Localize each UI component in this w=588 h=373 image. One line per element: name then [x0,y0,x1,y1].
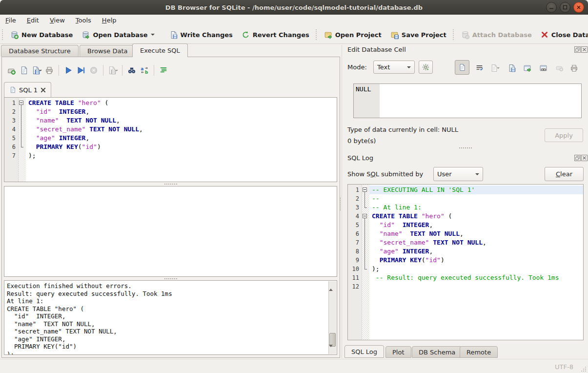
maximize-button[interactable] [560,2,570,13]
new-database-button[interactable]: New Database [6,29,77,41]
minimize-button[interactable] [546,2,557,13]
code-line: 1CREATE TABLE "hero" ( [4,99,337,107]
print-icon [570,64,578,72]
replace-icon[interactable]: a b [138,64,151,77]
result-line: At line 1: [4,297,337,305]
results-grid-pane[interactable] [4,186,337,277]
tab-browse-data[interactable]: Browse Data [80,45,136,57]
write-changes-button[interactable]: Write Changes [165,29,237,41]
sql-log-editor[interactable]: 1-- EXECUTING ALL IN 'SQL 1'2--3-- At li… [347,184,584,340]
close-database-icon [541,31,548,39]
sql-log-filter-select[interactable]: User [433,167,483,181]
dock-tab-remote[interactable]: Remote [460,346,498,358]
menu-file[interactable]: File [0,16,21,25]
close-panel-icon[interactable] [581,155,588,161]
svg-text:a: a [141,66,143,71]
open-database-button[interactable]: Open Database [77,29,159,41]
close-tab-icon[interactable] [41,87,46,93]
open-project-button[interactable]: Open Project [320,29,386,41]
save-sql-file-icon[interactable] [30,64,43,77]
menu-tools[interactable]: Tools [70,16,97,25]
attach-database-icon [461,31,469,39]
open-project-icon [324,31,332,39]
menu-help[interactable]: Help [97,16,122,25]
scroll-down-button[interactable] [329,347,336,354]
auto-switch-mode-button[interactable] [419,61,433,74]
float-panel-icon[interactable] [574,46,581,53]
sql-document-tab[interactable]: SQL 1 [4,82,51,97]
result-line: CREATE TABLE "hero" ( [4,305,337,313]
format-icon[interactable] [157,64,170,77]
chevron-down-icon [39,70,42,73]
save-project-button[interactable]: Save Project [386,29,451,41]
resize-grip[interactable] [581,366,586,372]
status-bar: UTF-8 [0,359,588,373]
dock-splitter-handle[interactable] [347,146,584,149]
float-panel-icon[interactable] [574,155,581,161]
svg-text:b: b [145,70,148,75]
menu-bar: File Edit View Tools Help [0,15,588,26]
print-cell-button[interactable] [568,62,580,74]
sql-log-filter-label: Show SQL submitted by [347,170,423,178]
close-database-button[interactable]: Close Database [536,29,588,41]
code-line: 4CREATE TABLE "hero" ( [348,212,583,221]
revert-changes-icon [242,31,250,39]
sql-log-title: SQL Log [347,154,373,162]
cell-type-text: Type of data currently in cell: NULL [347,126,458,133]
sql-tab-label: SQL 1 [19,86,38,94]
code-line: 9 PRIMARY KEY("id") [348,256,583,265]
execution-results-pane[interactable]: Execution finished without errors.Result… [4,280,337,355]
vertical-scrollbar[interactable] [328,281,336,354]
cell-value: NULL [356,85,371,93]
mode-label: Mode: [347,63,367,71]
open-tab-icon[interactable] [5,64,18,77]
import-file-icon [490,64,498,72]
clear-log-button[interactable]: Clear [545,167,584,181]
close-button[interactable] [573,2,584,13]
menu-view[interactable]: View [44,16,70,25]
open-database-icon [81,31,90,39]
text-document-button[interactable] [455,60,469,75]
export-file-button[interactable] [506,62,517,74]
code-line: 7 "secret_name" TEXT NOT NULL, [348,238,583,247]
splitter-handle[interactable] [4,183,337,185]
tab-database-structure[interactable]: Database Structure [1,45,79,57]
word-wrap-button[interactable] [473,62,485,74]
apply-button: Apply [545,128,583,142]
execute-line-icon[interactable] [75,64,87,77]
execute-all-icon[interactable] [62,64,75,77]
window-controls [546,2,584,13]
print-icon[interactable] [43,64,56,77]
mode-select[interactable]: Text [373,61,415,74]
find-icon[interactable] [125,64,138,77]
save-project-icon [390,31,399,39]
result-line: "name" TEXT NOT NULL, [4,320,337,328]
copy-link-button[interactable] [537,62,549,74]
edit-cell-title: Edit Database Cell [347,46,406,53]
open-external-button[interactable] [521,62,533,74]
toolbar-grip[interactable] [2,29,3,40]
splitter-handle[interactable] [4,277,337,280]
dock-tab-db-schema[interactable]: DB Schema [412,346,462,358]
code-line: 2 "id" INTEGER, [4,107,337,116]
code-line: 1-- EXECUTING ALL IN 'SQL 1' [348,186,583,194]
title-bar[interactable]: DB Browser for SQLite - /home/user/code/… [0,0,588,15]
result-line: "secret_name" TEXT NOT NULL, [4,328,337,335]
copy-link-icon [539,64,547,72]
open-sql-file-icon[interactable] [18,64,30,77]
scroll-up-button[interactable] [329,281,336,288]
set-null-icon [555,64,564,72]
result-line: Result: query executed successfully. Too… [4,290,337,298]
tab-execute-sql[interactable]: Execute SQL [132,43,188,57]
revert-changes-button[interactable]: Revert Changes [237,29,314,41]
menu-edit[interactable]: Edit [21,16,44,25]
main-toolbar: New Database Open Database Write Changes… [0,26,588,44]
result-line: Execution finished without errors. [4,282,337,290]
dock-tab-sql-log[interactable]: SQL Log [345,345,384,358]
cell-editor[interactable]: NULL [353,83,582,118]
sql-editor[interactable]: 1CREATE TABLE "hero" (2 "id" INTEGER,3 "… [4,97,337,182]
dock-splitter-handle[interactable] [340,198,341,212]
code-line: 7); [4,151,337,160]
close-panel-icon[interactable] [581,46,588,53]
dock-tab-plot[interactable]: Plot [385,346,411,358]
